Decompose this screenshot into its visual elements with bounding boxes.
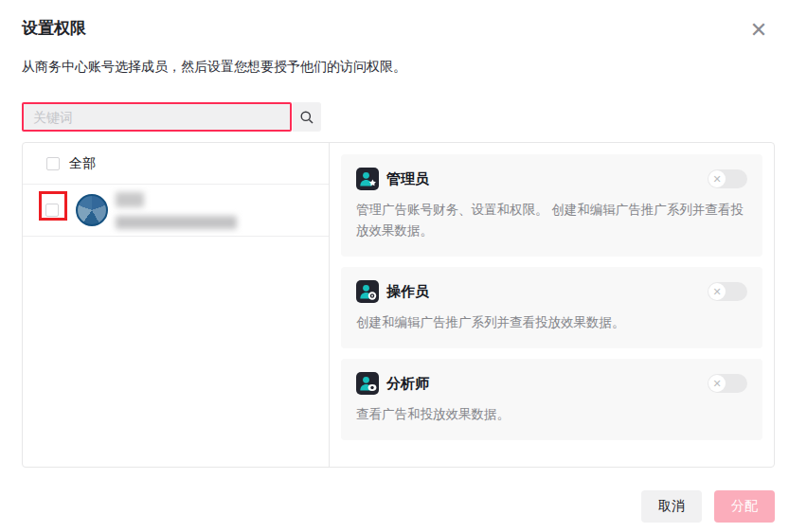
member-avatar — [76, 194, 108, 226]
member-checkbox[interactable] — [45, 204, 59, 217]
role-card-admin: 管理员 ✕ 管理广告账号财务、设置和权限。 创建和编辑广告推广系列并查看投放效果… — [341, 154, 762, 257]
search-icon — [299, 110, 314, 125]
analyst-toggle-off[interactable]: ✕ — [708, 374, 747, 393]
role-title-admin: 管理员 — [386, 170, 708, 188]
select-all-row[interactable]: 全部 — [23, 143, 329, 185]
member-row[interactable] — [23, 185, 329, 237]
toggle-x-icon: ✕ — [708, 170, 726, 187]
person-eye-icon — [356, 372, 379, 395]
role-card-analyst: 分析师 ✕ 查看广告和投放效果数据。 — [341, 359, 762, 440]
cancel-button[interactable]: 取消 — [641, 490, 702, 523]
toggle-x-icon: ✕ — [708, 375, 726, 392]
role-title-operator: 操作员 — [386, 283, 708, 301]
search-button[interactable] — [293, 102, 321, 132]
role-card-operator: 操作员 ✕ 创建和编辑广告推广系列并查看投放效果数据。 — [341, 267, 762, 348]
role-description-operator: 创建和编辑广告推广系列并查看投放效果数据。 — [356, 312, 747, 333]
toggle-x-icon: ✕ — [708, 283, 726, 300]
search-input[interactable] — [22, 102, 292, 132]
select-all-label: 全部 — [69, 155, 96, 172]
admin-toggle-off[interactable]: ✕ — [708, 169, 747, 188]
dialog-footer: 取消 分配 — [641, 490, 775, 523]
member-subname-blur-line — [116, 216, 237, 229]
member-name-redacted — [116, 192, 237, 229]
operator-toggle-off[interactable]: ✕ — [708, 282, 747, 301]
role-title-analyst: 分析师 — [386, 375, 708, 393]
permission-panel: 全部 管 — [22, 142, 775, 468]
close-icon[interactable]: ✕ — [747, 19, 770, 42]
member-list-panel: 全部 — [23, 143, 330, 467]
dialog-subtitle: 从商务中心账号选择成员，然后设置您想要授予他们的访问权限。 — [22, 59, 406, 76]
role-description-admin: 管理广告账号财务、设置和权限。 创建和编辑广告推广系列并查看投放效果数据。 — [356, 200, 747, 241]
role-description-analyst: 查看广告和投放效果数据。 — [356, 404, 747, 425]
dialog-title: 设置权限 — [22, 17, 86, 39]
member-name-blur-line — [116, 192, 144, 207]
roles-panel: 管理员 ✕ 管理广告账号财务、设置和权限。 创建和编辑广告推广系列并查看投放效果… — [330, 143, 774, 467]
search-group — [22, 102, 321, 132]
assign-button[interactable]: 分配 — [714, 490, 775, 523]
person-star-icon — [356, 168, 379, 190]
person-gear-icon — [356, 280, 379, 303]
select-all-checkbox[interactable] — [46, 157, 60, 170]
